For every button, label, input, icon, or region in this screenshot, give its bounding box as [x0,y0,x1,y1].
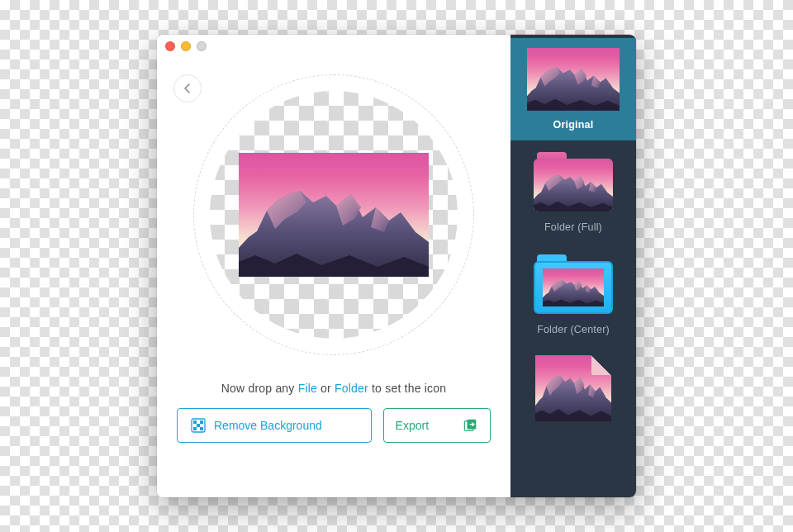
icon-preview-area[interactable] [157,58,510,372]
svg-rect-10 [197,424,200,427]
app-window: Now drop any File or Folder to set the i… [157,35,636,497]
preset-folder-full-label: Folder (Full) [544,221,602,233]
svg-rect-8 [193,420,197,424]
export-label: Export [396,419,429,432]
source-image-preview [239,153,429,277]
preset-folder-center-thumb [527,253,620,316]
maximize-window-button [197,41,207,51]
svg-rect-11 [193,427,197,430]
titlebar [157,35,510,58]
preset-document-thumb [527,355,620,405]
preset-folder-center[interactable]: Folder (Center) [510,243,636,345]
drop-zone[interactable] [193,74,474,355]
folder-link[interactable]: Folder [335,382,368,395]
preset-folder-full[interactable]: Folder (Full) [510,140,636,243]
action-bar: Remove Background Export [157,408,510,464]
export-button[interactable]: Export [383,408,491,443]
preset-original-thumb [527,48,620,111]
remove-background-button[interactable]: Remove Background [177,408,372,443]
preset-document[interactable] [510,345,636,405]
transparency-checker [210,91,458,339]
svg-rect-12 [200,427,203,430]
close-window-button[interactable] [165,41,175,51]
drop-hint-text: Now drop any File or Folder to set the i… [157,372,510,408]
page-curl-icon [591,355,611,375]
export-icon [463,418,478,433]
svg-rect-9 [200,420,203,424]
checker-icon [191,418,206,433]
preset-sidebar: Original Folder (Full) [510,35,636,497]
file-link[interactable]: File [298,382,317,395]
remove-background-label: Remove Background [214,419,322,432]
preset-folder-center-label: Folder (Center) [537,324,610,335]
preset-folder-full-thumb [527,150,620,213]
minimize-window-button[interactable] [181,41,191,51]
main-panel: Now drop any File or Folder to set the i… [157,35,510,497]
preset-original[interactable]: Original [510,38,636,140]
preset-original-label: Original [553,119,594,131]
